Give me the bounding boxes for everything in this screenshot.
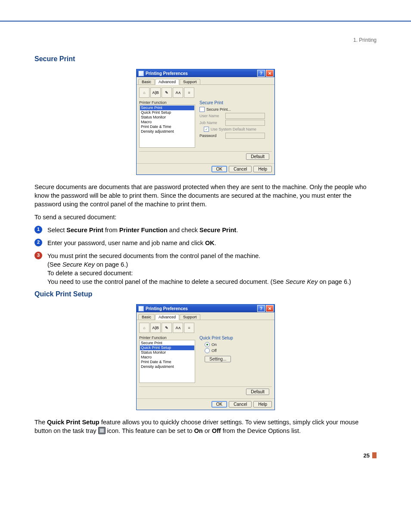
job-name-label: Job Name [199, 121, 224, 125]
dialog-app-icon [138, 306, 144, 311]
tab-basic[interactable]: Basic [138, 314, 155, 320]
list-item[interactable]: Status Monitor [140, 350, 194, 355]
tab-support[interactable]: Support [180, 314, 200, 320]
list-item[interactable]: Macro [140, 355, 194, 360]
dialog-titlebar: Printing Preferences ? ✕ [137, 69, 274, 77]
toolbar-icon[interactable]: ≡ [184, 323, 194, 333]
toolbar-icon[interactable]: Aʌ [173, 323, 183, 333]
step-1: 1 Select Secure Print from Printer Funct… [34, 226, 377, 234]
help-button[interactable]: Help [253, 401, 272, 408]
panel-heading-secure-print: Secure Print [199, 100, 272, 105]
list-item[interactable]: Quick Print Setup [140, 345, 194, 350]
list-item[interactable]: Status Monitor [140, 115, 194, 120]
password-input[interactable] [225, 133, 265, 139]
user-name-label: User Name [199, 114, 224, 118]
radio-on[interactable] [205, 342, 210, 347]
printing-preferences-dialog-qps: Printing Preferences ? ✕ Basic Advanced … [136, 304, 275, 410]
panel-heading-qps: Quick Print Setup [199, 336, 272, 340]
list-item[interactable]: Density adjustment [140, 364, 194, 369]
tab-basic[interactable]: Basic [138, 79, 155, 84]
toolbar-icon[interactable]: ⌂ [139, 323, 149, 333]
step-3-text: You must print the secured documents fro… [47, 252, 377, 286]
printer-function-list[interactable]: Secure Print Quick Print Setup Status Mo… [139, 340, 195, 383]
paragraph-to-send: To send a secured document: [34, 213, 377, 221]
step-bullet-3-icon: 3 [34, 252, 42, 259]
toolbar-icon[interactable]: A|B [150, 323, 161, 333]
list-item[interactable]: Print Date & Time [140, 124, 194, 129]
page-number: 25 [34, 452, 377, 459]
window-close-button[interactable]: ✕ [266, 70, 274, 77]
step-2: 2 Enter your password, user name and job… [34, 239, 377, 247]
ok-button[interactable]: OK [212, 166, 227, 172]
tab-advanced[interactable]: Advanced [155, 314, 179, 320]
paragraph-qps: The Quick Print Setup feature allows you… [34, 418, 377, 435]
step-2-text: Enter your password, user name and job n… [47, 239, 377, 247]
toolbar-icon[interactable]: ✎ [162, 323, 172, 333]
job-name-input[interactable] [225, 120, 265, 126]
section-heading-quick-print-setup: Quick Print Setup [34, 290, 377, 298]
step-bullet-2-icon: 2 [34, 239, 42, 246]
toolbar-icons: ⌂ A|B ✎ Aʌ ≡ [139, 87, 272, 98]
tab-advanced[interactable]: Advanced [155, 79, 179, 85]
printer-function-list[interactable]: Secure Print Quick Print Setup Status Mo… [139, 105, 195, 148]
toolbar-icon[interactable]: Aʌ [173, 87, 183, 98]
password-label: Password [199, 134, 224, 138]
printing-preferences-dialog-secure: Printing Preferences ? ✕ Basic Advanced … [136, 69, 275, 175]
paragraph-secure-intro: Secure documents are documents that are … [34, 183, 377, 208]
step-bullet-1-icon: 1 [34, 226, 42, 233]
list-item[interactable]: Print Date & Time [140, 360, 194, 364]
ok-button[interactable]: OK [212, 401, 227, 408]
radio-off-label: Off [212, 348, 217, 353]
section-heading-secure-print: Secure Print [34, 55, 377, 63]
tabs-row: Basic Advanced Support [137, 77, 274, 85]
toolbar-icon[interactable]: ≡ [184, 87, 194, 98]
toolbar-icon[interactable]: ⌂ [139, 87, 149, 98]
dialog-title: Printing Preferences [146, 306, 256, 311]
step-1-text: Select Secure Print from Printer Functio… [47, 226, 377, 234]
default-button[interactable]: Default [246, 153, 269, 160]
list-item[interactable]: Secure Print [140, 106, 194, 110]
setting-button[interactable]: Setting... [205, 356, 231, 362]
tab-support[interactable]: Support [180, 79, 200, 84]
step-3: 3 You must print the secured documents f… [34, 252, 377, 286]
doc-top-rule [0, 0, 411, 22]
printer-function-label: Printer Function [139, 100, 195, 105]
tabs-row: Basic Advanced Support [137, 312, 274, 320]
secure-print-checkbox[interactable] [199, 107, 205, 112]
cancel-button[interactable]: Cancel [229, 401, 252, 408]
task-tray-icon [98, 427, 106, 434]
help-button[interactable]: Help [253, 166, 272, 172]
default-name-checkbox-label: Use System Default Name [211, 127, 256, 131]
cancel-button[interactable]: Cancel [229, 166, 252, 172]
toolbar-icons: ⌂ A|B ✎ Aʌ ≡ [139, 323, 272, 333]
default-button[interactable]: Default [246, 389, 269, 395]
dialog-title: Printing Preferences [146, 71, 256, 76]
dialog-titlebar: Printing Preferences ? ✕ [137, 305, 274, 312]
radio-off[interactable] [205, 348, 210, 353]
default-name-checkbox[interactable]: ✓ [204, 127, 209, 132]
window-help-button[interactable]: ? [257, 70, 265, 77]
window-close-button[interactable]: ✕ [266, 305, 274, 312]
list-item[interactable]: Secure Print [140, 341, 194, 345]
toolbar-icon[interactable]: A|B [150, 87, 161, 98]
printer-function-label: Printer Function [139, 336, 195, 340]
list-item[interactable]: Density adjustment [140, 129, 194, 134]
user-name-input[interactable] [225, 113, 265, 119]
window-help-button[interactable]: ? [257, 305, 265, 312]
radio-on-label: On [212, 342, 217, 347]
toolbar-icon[interactable]: ✎ [162, 87, 172, 98]
list-item[interactable]: Macro [140, 120, 194, 124]
dialog-app-icon [138, 71, 144, 76]
breadcrumb: 1. Printing [34, 37, 377, 43]
secure-print-checkbox-label: Secure Print... [206, 107, 231, 112]
list-item[interactable]: Quick Print Setup [140, 110, 194, 115]
